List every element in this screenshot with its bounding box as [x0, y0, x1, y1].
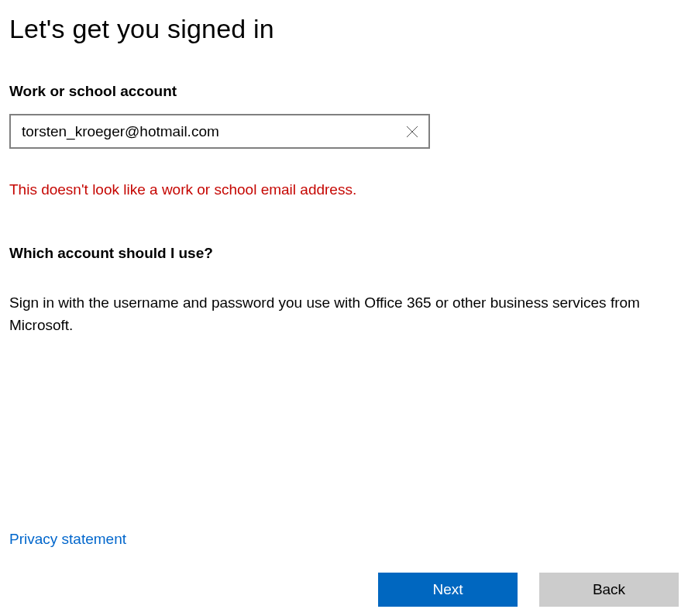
close-icon — [406, 126, 418, 138]
page-title: Let's get you signed in — [9, 14, 679, 44]
help-heading: Which account should I use? — [9, 245, 679, 262]
email-field[interactable] — [11, 115, 396, 147]
clear-input-button[interactable] — [396, 115, 428, 147]
error-message: This doesn't look like a work or school … — [9, 181, 679, 198]
button-row: Next Back — [378, 573, 679, 607]
privacy-link[interactable]: Privacy statement — [9, 531, 126, 548]
next-button[interactable]: Next — [378, 573, 518, 607]
account-field-label: Work or school account — [9, 83, 679, 100]
email-input-wrapper — [9, 114, 430, 149]
back-button[interactable]: Back — [539, 573, 679, 607]
help-body: Sign in with the username and password y… — [9, 291, 652, 337]
